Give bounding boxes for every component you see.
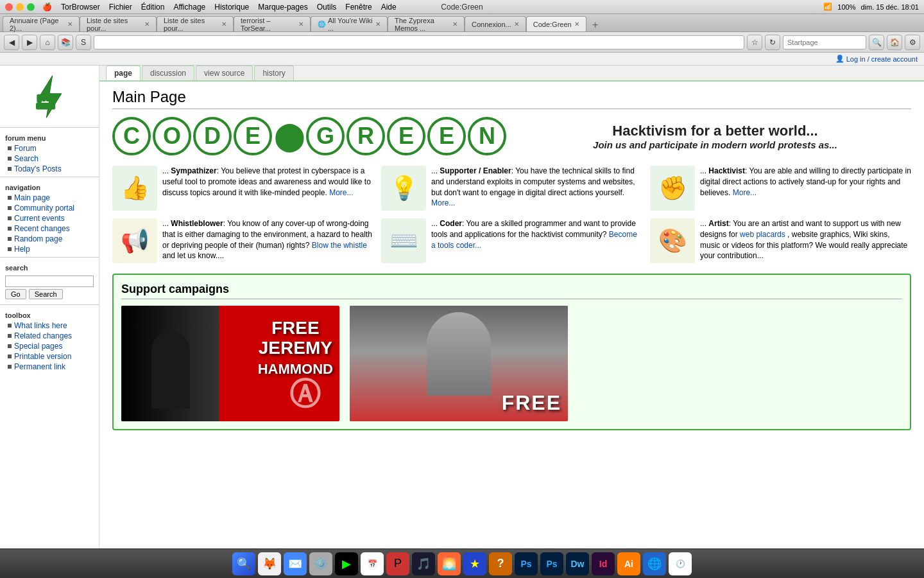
main-page-link[interactable]: Main page: [14, 193, 50, 202]
dock-preferences[interactable]: ⚙️: [309, 552, 332, 575]
sidebar-item-help[interactable]: Help: [0, 244, 99, 254]
tab-history[interactable]: history: [254, 66, 293, 80]
sidebar-item-community-portal[interactable]: Community portal: [0, 203, 99, 213]
search-link[interactable]: Search: [14, 154, 38, 163]
dock-photo[interactable]: 🌅: [438, 552, 461, 575]
what-links-here-link[interactable]: What links here: [14, 321, 67, 330]
tab-liste1[interactable]: Liste de sites pour... ✕: [80, 16, 157, 31]
menu-aide[interactable]: Aide: [381, 3, 397, 12]
sidebar-item-forum[interactable]: Forum: [0, 143, 99, 153]
dock-star[interactable]: ★: [463, 552, 486, 575]
back-button[interactable]: ◀: [4, 35, 19, 50]
tab-view-source[interactable]: view source: [196, 66, 253, 80]
dock-id[interactable]: Id: [592, 552, 615, 575]
search-input[interactable]: [5, 276, 94, 287]
tab-close-icon[interactable]: ✕: [514, 21, 519, 28]
tab-close-icon[interactable]: ✕: [298, 21, 304, 28]
tab-close-icon[interactable]: ✕: [221, 21, 227, 28]
dock-globe[interactable]: 🌐: [643, 552, 666, 575]
search-button[interactable]: Search: [29, 289, 63, 299]
todays-posts-link[interactable]: Today's Posts: [14, 164, 62, 173]
tab-close-icon[interactable]: ✕: [452, 21, 458, 28]
dock-ps[interactable]: Ps: [515, 552, 538, 575]
forward-button[interactable]: ▶: [22, 35, 37, 50]
sidebar-item-what-links-here[interactable]: What links here: [0, 320, 99, 331]
dock-firefox[interactable]: 🦊: [258, 552, 281, 575]
tab-zyprexa[interactable]: The Zyprexa Memos ... ✕: [388, 16, 465, 31]
dock-dw[interactable]: Dw: [566, 552, 589, 575]
dock-calendar[interactable]: 📅: [361, 552, 384, 575]
address-bar[interactable]: [94, 35, 744, 49]
tor-button[interactable]: S: [76, 35, 91, 50]
menu-fenetre[interactable]: Fenêtre: [345, 3, 372, 12]
printable-version-link[interactable]: Printable version: [14, 352, 71, 361]
sidebar-item-todays-posts[interactable]: Today's Posts: [0, 164, 99, 174]
new-tab-button[interactable]: +: [589, 19, 602, 31]
recent-changes-link[interactable]: Recent changes: [14, 224, 70, 233]
sidebar-item-permanent-link[interactable]: Permanent link: [0, 362, 99, 372]
tab-connexion[interactable]: Connexion... ✕: [465, 16, 526, 31]
sidebar-item-random-page[interactable]: Random page: [0, 234, 99, 244]
menu-apple[interactable]: 🍎: [42, 3, 52, 12]
menu-outils[interactable]: Outils: [317, 3, 337, 12]
help-link[interactable]: Help: [14, 245, 30, 254]
home-button[interactable]: ⌂: [40, 35, 55, 50]
random-page-link[interactable]: Random page: [14, 234, 62, 243]
dock-clock[interactable]: 🕐: [669, 552, 692, 575]
current-events-link[interactable]: Current events: [14, 214, 65, 223]
dock-p1[interactable]: P: [386, 552, 409, 575]
nav-search-input[interactable]: [783, 35, 866, 49]
tab-liste2[interactable]: Liste de sites pour... ✕: [157, 16, 234, 31]
sidebar-item-main-page[interactable]: Main page: [0, 193, 99, 203]
tab-close-icon[interactable]: ✕: [574, 21, 579, 28]
close-button[interactable]: [5, 3, 13, 11]
dock-ai[interactable]: Ai: [617, 552, 640, 575]
tab-annuaire[interactable]: Annuaire (Page 2)... ✕: [3, 16, 80, 31]
maximize-button[interactable]: [27, 3, 35, 11]
tab-allyou[interactable]: 🌐 All You're Wiki ... ✕: [311, 16, 388, 31]
sidebar-item-current-events[interactable]: Current events: [0, 213, 99, 223]
login-link[interactable]: Log in / create account: [846, 55, 918, 63]
tab-codegreen[interactable]: Code:Green ✕: [526, 16, 586, 31]
dock-help[interactable]: ?: [489, 552, 512, 575]
sidebar-item-related-changes[interactable]: Related changes: [0, 331, 99, 341]
traffic-lights[interactable]: [5, 3, 35, 11]
tab-terrorist[interactable]: terrorist – TorSear... ✕: [234, 16, 311, 31]
tab-close-icon[interactable]: ✕: [144, 21, 150, 28]
hacktivist-more-link[interactable]: More...: [733, 188, 757, 197]
minimize-button[interactable]: [16, 3, 24, 11]
dock-ps2[interactable]: Ps: [540, 552, 563, 575]
home-page-button[interactable]: 🏠: [887, 35, 902, 50]
settings-button[interactable]: ⚙: [905, 35, 920, 50]
sidebar-item-recent-changes[interactable]: Recent changes: [0, 223, 99, 234]
dock-music[interactable]: 🎵: [412, 552, 435, 575]
menu-affichage[interactable]: Affichage: [173, 3, 205, 12]
menu-marque-pages[interactable]: Marque-pages: [258, 3, 307, 12]
whistleblower-link1[interactable]: Blow the whistle: [312, 241, 367, 250]
go-button[interactable]: Go: [5, 289, 26, 299]
nav-search-button[interactable]: 🔍: [869, 35, 884, 50]
sympathizer-more-link[interactable]: More...: [329, 188, 353, 197]
tab-close-icon[interactable]: ✕: [67, 21, 73, 28]
sidebar-item-special-pages[interactable]: Special pages: [0, 341, 99, 351]
related-changes-link[interactable]: Related changes: [14, 331, 72, 340]
dock-terminal[interactable]: ▶: [335, 552, 358, 575]
menu-torbrowser[interactable]: TorBrowser: [61, 3, 100, 12]
artist-placards-link[interactable]: web placards: [740, 230, 785, 239]
dock-mail[interactable]: ✉️: [284, 552, 307, 575]
tab-discussion[interactable]: discussion: [142, 66, 194, 80]
special-pages-link[interactable]: Special pages: [14, 342, 62, 351]
forum-link[interactable]: Forum: [14, 144, 37, 153]
menu-edition[interactable]: Édition: [141, 3, 165, 12]
tab-close-icon[interactable]: ✕: [375, 21, 381, 28]
dock-finder[interactable]: 🔍: [232, 552, 255, 575]
bookmarks-button[interactable]: 📚: [58, 35, 73, 50]
permanent-link-link[interactable]: Permanent link: [14, 362, 65, 371]
bookmark-star[interactable]: ☆: [747, 35, 762, 50]
reload-button[interactable]: ↻: [765, 35, 780, 50]
sidebar-item-printable-version[interactable]: Printable version: [0, 351, 99, 362]
community-portal-link[interactable]: Community portal: [14, 204, 74, 213]
sidebar-item-search[interactable]: Search: [0, 153, 99, 164]
supporter-more-link[interactable]: More...: [431, 198, 455, 207]
menu-fichier[interactable]: Fichier: [109, 3, 132, 12]
